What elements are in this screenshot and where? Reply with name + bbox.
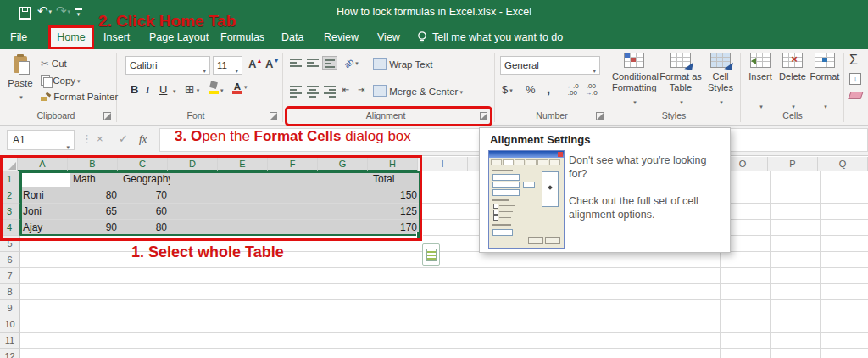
cell-P8[interactable] (771, 284, 821, 300)
column-header-B[interactable]: B (68, 157, 118, 171)
cell-F12[interactable] (270, 349, 320, 358)
cell-B5[interactable] (70, 236, 120, 252)
cancel-icon[interactable]: × (97, 132, 103, 145)
fill-color-icon[interactable]: ▾ (209, 81, 224, 95)
top-align-icon[interactable] (288, 56, 303, 70)
cell-B4[interactable]: 90 (70, 220, 120, 236)
cell-E10[interactable] (220, 316, 270, 333)
format-cells-button[interactable]: Format▾ (809, 53, 841, 113)
cell-A1[interactable] (20, 171, 70, 187)
copy-button[interactable]: Copy▾ (41, 75, 81, 86)
borders-icon[interactable]: ⊞▾ (185, 82, 199, 96)
cell-L7[interactable] (570, 268, 620, 284)
cell-K6[interactable] (520, 252, 570, 268)
cell-H8[interactable] (370, 284, 420, 300)
cell-G6[interactable] (320, 252, 370, 268)
cell-P4[interactable] (771, 220, 821, 236)
cell-P5[interactable] (771, 236, 821, 252)
row-header-12[interactable]: 12 (0, 349, 20, 358)
cell-A9[interactable] (20, 300, 70, 316)
cell-Q6[interactable] (821, 252, 868, 268)
bottom-align-icon[interactable] (322, 56, 337, 70)
underline-dropdown-icon[interactable]: ▾ (173, 88, 176, 95)
row-header-8[interactable]: 8 (0, 284, 20, 300)
quick-analysis-button[interactable] (422, 243, 440, 266)
cell-C12[interactable] (120, 349, 170, 358)
conditional-formatting-button[interactable]: Conditional Formatting▾ (612, 53, 656, 109)
font-size-select[interactable]: 11▾ (213, 56, 242, 75)
number-format-select[interactable]: General▾ (500, 56, 600, 75)
cell-Q10[interactable] (821, 316, 868, 333)
cell-E12[interactable] (220, 349, 270, 358)
format-as-table-button[interactable]: Format as Table▾ (659, 53, 702, 109)
column-header-I[interactable]: I (418, 157, 468, 171)
column-header-A[interactable]: A (18, 157, 68, 171)
cell-D3[interactable] (170, 204, 220, 220)
decrease-indent-icon[interactable]: ⇤ (342, 85, 348, 94)
row-header-2[interactable]: 2 (0, 187, 20, 204)
cell-M7[interactable] (620, 268, 670, 284)
cell-H9[interactable] (370, 300, 420, 316)
cell-I10[interactable] (420, 316, 470, 333)
cell-F9[interactable] (270, 300, 320, 316)
row-header-11[interactable]: 11 (0, 333, 20, 349)
cell-C3[interactable]: 60 (120, 204, 170, 220)
cell-H10[interactable] (370, 316, 420, 333)
cell-G1[interactable] (320, 171, 370, 187)
cell-B6[interactable] (70, 252, 120, 268)
cell-J8[interactable] (470, 284, 520, 300)
cell-D10[interactable] (170, 316, 220, 333)
cell-L12[interactable] (570, 349, 620, 358)
cell-C4[interactable]: 80 (120, 220, 170, 236)
cell-B1[interactable]: Math (70, 171, 120, 187)
undo-icon[interactable]: ↶▾ (37, 3, 52, 19)
cell-L10[interactable] (570, 316, 620, 333)
cell-I3[interactable] (420, 204, 470, 220)
cell-J9[interactable] (470, 300, 520, 316)
cell-A6[interactable] (20, 252, 70, 268)
cell-O8[interactable] (721, 284, 771, 300)
cell-N12[interactable] (670, 349, 721, 358)
currency-format-icon[interactable]: $▾ (502, 83, 513, 96)
cell-Q1[interactable] (821, 171, 868, 187)
middle-align-icon[interactable] (305, 56, 320, 70)
column-header-D[interactable]: D (168, 157, 218, 171)
cell-O9[interactable] (721, 300, 771, 316)
paste-button[interactable]: Paste ▾ (5, 54, 36, 112)
cell-D4[interactable] (170, 220, 220, 236)
cell-N7[interactable] (670, 268, 721, 284)
font-color-icon[interactable]: A▾ (232, 81, 248, 93)
font-dialog-launcher-icon[interactable] (270, 112, 277, 120)
cell-P6[interactable] (771, 252, 821, 268)
cell-Q7[interactable] (821, 268, 868, 284)
align-left-icon[interactable] (288, 83, 303, 97)
cell-Q2[interactable] (821, 187, 868, 204)
cell-Q9[interactable] (821, 300, 868, 316)
alignment-dialog-launcher-icon[interactable] (480, 112, 487, 120)
cell-J7[interactable] (470, 268, 520, 284)
cell-O11[interactable] (721, 333, 771, 349)
decrease-decimal-icon[interactable]: .00→.0 (585, 83, 598, 97)
align-right-icon[interactable] (322, 83, 337, 97)
column-header-C[interactable]: C (118, 157, 168, 171)
cell-A12[interactable] (20, 349, 70, 358)
column-header-P[interactable]: P (768, 157, 818, 171)
cell-O10[interactable] (721, 316, 771, 333)
cell-D8[interactable] (170, 284, 220, 300)
cell-P3[interactable] (771, 204, 821, 220)
cell-B11[interactable] (70, 333, 120, 349)
enter-icon[interactable]: ✓ (119, 132, 128, 145)
cut-button[interactable]: ✂ Cut (41, 58, 67, 70)
cell-E8[interactable] (220, 284, 270, 300)
cell-A2[interactable]: Roni (20, 187, 70, 204)
cell-A4[interactable]: Ajay (20, 220, 70, 236)
cell-A10[interactable] (20, 316, 70, 333)
cell-G2[interactable] (320, 187, 370, 204)
cell-J6[interactable] (470, 252, 520, 268)
cell-P2[interactable] (771, 187, 821, 204)
cell-Q11[interactable] (821, 333, 868, 349)
cell-N11[interactable] (670, 333, 721, 349)
cell-M8[interactable] (620, 284, 670, 300)
cell-H4[interactable]: 170 (370, 220, 420, 236)
cell-N10[interactable] (670, 316, 721, 333)
